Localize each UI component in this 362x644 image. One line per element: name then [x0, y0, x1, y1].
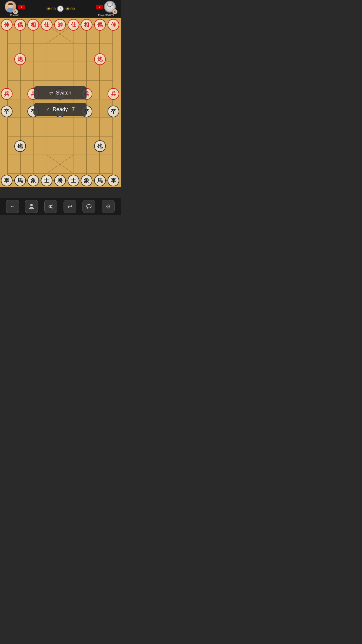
chess-piece[interactable]: 將 [54, 175, 66, 186]
chess-piece[interactable]: 象 [81, 175, 92, 186]
player-right: ★ 帥 [94, 1, 118, 17]
chess-piece[interactable]: 相 [27, 19, 39, 31]
chat-button[interactable] [82, 200, 95, 213]
svg-point-34 [30, 204, 33, 206]
chess-piece[interactable]: 俥 [1, 19, 13, 31]
handshake-button[interactable] [44, 200, 57, 213]
chess-piece[interactable]: 兵 [1, 88, 13, 100]
svg-point-38 [87, 204, 91, 208]
svg-point-37 [50, 206, 51, 207]
timer-area: 15:00 🕐 15:00 [46, 6, 75, 12]
undo-button[interactable]: ↩ [64, 200, 76, 213]
chess-piece[interactable]: 卒 [1, 106, 13, 117]
chess-piece[interactable]: 馬 [14, 175, 26, 186]
piece-badge-left: 將 [13, 9, 18, 14]
bottom-toolbar: ← ↩ ⚙ [0, 198, 121, 215]
ready-button[interactable]: ✓ Ready 7 [34, 103, 87, 116]
timer-left: 15:00 [46, 7, 56, 11]
chess-piece[interactable]: 士 [41, 175, 52, 186]
gear-icon: ⚙ [106, 203, 111, 210]
ready-countdown: 7 [72, 106, 75, 113]
chess-piece[interactable]: 俥 [108, 19, 119, 31]
switch-button[interactable]: ⇄ Switch [34, 86, 87, 99]
chess-piece[interactable]: 砲 [14, 140, 26, 152]
chess-piece[interactable]: 士 [68, 175, 79, 186]
chess-piece[interactable]: 炮 [94, 53, 106, 65]
chess-piece[interactable]: 象 [27, 175, 39, 186]
settings-button[interactable]: ⚙ [102, 200, 115, 213]
game-board: 俥傌相仕帥仕相傌俥炮炮兵兵兵兵兵車馬象士將士象馬車砲砲卒卒卒卒卒 ⇄ Switc… [0, 18, 121, 187]
chess-piece[interactable]: 馬 [94, 175, 106, 186]
chat-icon [85, 203, 92, 210]
checkmark-icon: ✓ [46, 107, 50, 112]
avatar-right: 帥 [104, 1, 116, 13]
player-left: 將 ★ Pucado [3, 1, 26, 17]
svg-point-7 [109, 7, 111, 9]
chess-piece[interactable]: 兵 [108, 88, 119, 100]
chess-piece[interactable]: 傌 [94, 19, 106, 31]
ready-label: Ready [52, 106, 68, 113]
player-icon-button[interactable] [25, 200, 38, 213]
handshake-icon [47, 203, 54, 210]
back-button[interactable]: ← [6, 200, 19, 213]
player-right-name: Player566474 [98, 14, 114, 17]
overlay-buttons: ⇄ Switch ✓ Ready 7 [34, 86, 87, 116]
chess-piece[interactable]: 卒 [108, 106, 119, 117]
chess-piece[interactable]: 相 [81, 19, 92, 31]
undo-icon: ↩ [67, 203, 72, 210]
switch-label: Switch [56, 90, 71, 96]
chess-piece[interactable]: 砲 [94, 140, 106, 152]
game-header: 將 ★ Pucado 15:00 🕐 15:00 ★ 帥 [0, 0, 121, 18]
chess-piece[interactable]: 車 [1, 175, 13, 186]
back-icon: ← [10, 204, 15, 210]
chess-piece[interactable]: 炮 [14, 53, 26, 65]
chess-piece[interactable]: 仕 [68, 19, 79, 31]
switch-icon: ⇄ [49, 90, 53, 96]
chess-piece[interactable]: 仕 [41, 19, 52, 31]
timer-right: 15:00 [65, 7, 75, 11]
piece-badge-right: 帥 [112, 9, 117, 14]
chess-piece[interactable]: 車 [108, 175, 119, 186]
chess-piece[interactable]: 傌 [14, 19, 26, 31]
chess-piece[interactable]: 帥 [54, 19, 66, 31]
avatar-left: 將 [5, 1, 17, 13]
clock-icon: 🕐 [57, 6, 64, 12]
person-icon [28, 203, 35, 210]
